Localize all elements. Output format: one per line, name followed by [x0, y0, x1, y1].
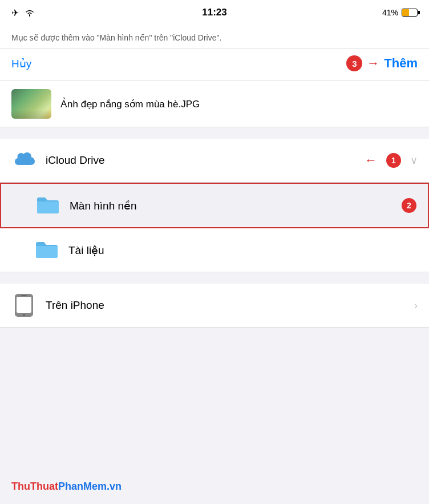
chevron-down-icon: ∨	[410, 154, 418, 167]
add-button[interactable]: Thêm	[384, 56, 418, 71]
tren-iphone-label: Trên iPhone	[46, 299, 405, 312]
battery-icon	[402, 9, 418, 17]
watermark-thu: ThuThuat	[11, 481, 58, 492]
airplane-icon: ✈	[11, 7, 19, 18]
badge-3: 3	[346, 55, 362, 71]
man-hinh-nen-label: Màn hình nền	[70, 199, 392, 212]
icloud-drive-label: iCloud Drive	[46, 154, 355, 167]
spacer-2	[0, 272, 429, 284]
info-text: Mục sẽ được thêm vào "Màn hình nền" trên…	[11, 33, 221, 42]
file-row: Ảnh đẹp nắng sớm mùa hè.JPG	[0, 81, 429, 127]
battery-fill	[402, 9, 409, 16]
file-thumbnail	[11, 89, 51, 119]
bottom-spacer	[0, 328, 429, 499]
file-name: Ảnh đẹp nắng sớm mùa hè.JPG	[60, 98, 200, 110]
folder-icon-1	[35, 193, 60, 218]
tai-lieu-label: Tài liệu	[68, 244, 418, 257]
svg-point-2	[23, 314, 25, 316]
watermark-vn: .vn	[107, 481, 122, 492]
tai-lieu-row[interactable]: Tài liệu	[0, 228, 429, 272]
svg-rect-1	[17, 297, 31, 313]
battery-percent: 41%	[382, 8, 398, 17]
action-bar: Hủy 3 → Thêm	[0, 49, 429, 81]
info-bar: Mục sẽ được thêm vào "Màn hình nền" trên…	[0, 25, 429, 49]
man-hinh-nen-row[interactable]: Màn hình nền 2	[0, 183, 429, 228]
arrow-right-icon: →	[367, 56, 379, 71]
badge-1: 1	[386, 153, 401, 168]
add-container: 3 → Thêm	[346, 55, 418, 71]
status-bar: ✈ 11:23 41%	[0, 0, 429, 25]
status-time: 11:23	[202, 7, 226, 18]
watermark-phan: PhanMem	[58, 481, 107, 492]
icloud-icon	[11, 148, 37, 173]
badge-2: 2	[402, 198, 416, 213]
icloud-drive-row[interactable]: iCloud Drive ← 1 ∨	[0, 139, 429, 183]
svg-rect-3	[21, 295, 27, 296]
spacer-1	[0, 127, 429, 139]
wifi-icon	[25, 9, 35, 17]
iphone-device-icon	[11, 293, 37, 318]
status-left: ✈	[11, 7, 35, 18]
arrow-left-icloud-icon: ←	[365, 153, 377, 168]
folder-icon-2	[34, 237, 59, 263]
watermark: ThuThuatPhanMem.vn	[11, 481, 122, 493]
status-right: 41%	[382, 8, 418, 17]
chevron-right-icon: ›	[414, 300, 418, 312]
cancel-button[interactable]: Hủy	[11, 57, 31, 70]
tren-iphone-row[interactable]: Trên iPhone ›	[0, 284, 429, 328]
